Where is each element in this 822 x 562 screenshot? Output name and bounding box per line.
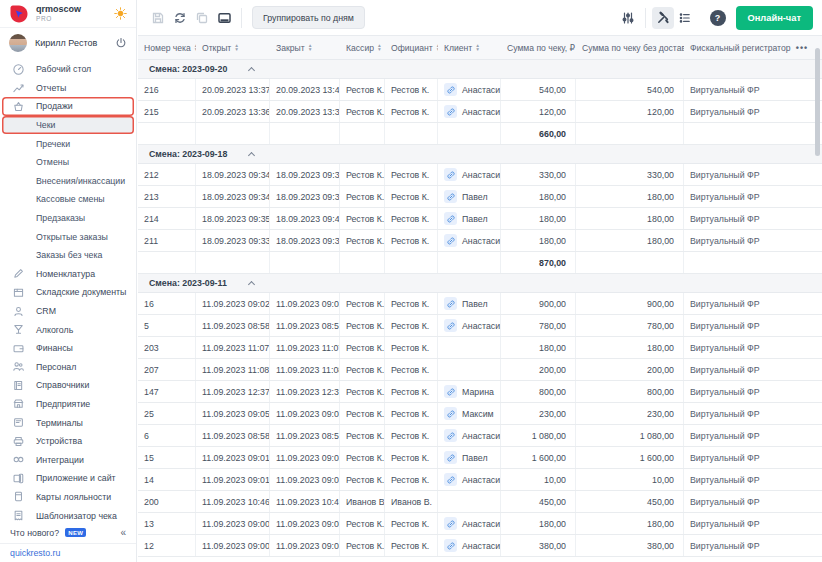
- column-header-8[interactable]: Сумма по чеку без доставки, ₽: [576, 36, 684, 59]
- column-header-4[interactable]: Кассир▴▾: [340, 36, 385, 59]
- sidebar-item-reports[interactable]: Отчеты: [0, 79, 136, 98]
- client-link-icon[interactable]: [444, 429, 457, 442]
- sidebar-item-deposits-collections[interactable]: Внесения/инкассации: [0, 172, 136, 191]
- table-row[interactable]: 21218.09.2023 09:3418.09.2023 09:34Ресто…: [138, 164, 822, 186]
- vertical-scrollbar[interactable]: [815, 48, 820, 156]
- column-settings-button[interactable]: •••: [791, 36, 813, 59]
- sidebar-item-devices[interactable]: Устройства: [0, 432, 136, 451]
- table-row[interactable]: 1511.09.2023 09:0111.09.2023 09:02Рестов…: [138, 447, 822, 469]
- client-link-icon[interactable]: [444, 105, 457, 118]
- sidebar-item-directories[interactable]: Справочники: [0, 376, 136, 395]
- tools-icon[interactable]: [652, 7, 674, 29]
- column-header-7[interactable]: Сумма по чеку, ₽▴▾: [501, 36, 576, 59]
- client-name: Анастасия: [462, 170, 501, 180]
- column-header-6[interactable]: Клиент▴▾: [438, 36, 501, 59]
- sidebar-item-orders-without-check[interactable]: Заказы без чека: [0, 246, 136, 265]
- table-row[interactable]: 21318.09.2023 09:3418.09.2023 09:35Ресто…: [138, 186, 822, 208]
- sidebar-item-loyalty-cards[interactable]: Карты лояльности: [0, 488, 136, 507]
- client-link-icon[interactable]: [444, 319, 457, 332]
- sidebar-item-alcohol[interactable]: Алкоголь: [0, 320, 136, 339]
- fiscal-cell: Виртуальный ФР: [684, 535, 813, 556]
- column-header-3[interactable]: Закрыт▴▾: [270, 36, 340, 59]
- sidebar-item-preorders[interactable]: Предзаказы: [0, 209, 136, 228]
- cashier-cell: Рестов К.: [340, 381, 385, 402]
- opened-cell: 11.09.2023 11:08: [196, 359, 270, 380]
- table-row[interactable]: 1311.09.2023 09:0011.09.2023 09:00Рестов…: [138, 513, 822, 535]
- copy-icon[interactable]: [191, 7, 213, 29]
- sidebar-item-staff[interactable]: Персонал: [0, 358, 136, 377]
- client-link-icon[interactable]: [444, 212, 457, 225]
- sidebar-item-warehouse-docs[interactable]: Складские документы: [0, 283, 136, 302]
- table-row[interactable]: 21418.09.2023 09:3518.09.2023 09:41Ресто…: [138, 208, 822, 230]
- sort-icon[interactable]: ▴▾: [309, 44, 312, 51]
- table-row[interactable]: 1211.09.2023 09:0011.09.2023 09:00Рестов…: [138, 535, 822, 557]
- table-row[interactable]: 1611.09.2023 09:0211.09.2023 09:02Рестов…: [138, 293, 822, 315]
- table-row[interactable]: 1411.09.2023 09:0111.09.2023 09:01Рестов…: [138, 469, 822, 491]
- logout-power-icon[interactable]: [115, 37, 127, 49]
- sidebar-item-open-orders[interactable]: Открытые заказы: [0, 227, 136, 246]
- table-row[interactable]: 21520.09.2023 13:3620.09.2023 13:36Ресто…: [138, 101, 822, 123]
- shift-group-header[interactable]: Смена: 2023-09-20: [138, 60, 822, 79]
- table-row[interactable]: 20711.09.2023 11:0811.09.2023 11:08Ресто…: [138, 359, 822, 381]
- chevron-up-icon[interactable]: [248, 66, 255, 73]
- sidebar-item-sales[interactable]: Продажи: [2, 97, 134, 116]
- column-header-1[interactable]: Номер чека▴▾: [138, 36, 196, 59]
- client-link-icon[interactable]: [444, 517, 457, 530]
- sidebar-item-pre-checks[interactable]: Пречеки: [0, 134, 136, 153]
- sidebar-item-finance[interactable]: Финансы: [0, 339, 136, 358]
- save-icon[interactable]: [147, 7, 169, 29]
- chevron-up-icon[interactable]: [248, 280, 255, 287]
- client-link-icon[interactable]: [444, 297, 457, 310]
- table-row[interactable]: 511.09.2023 08:5811.09.2023 08:58Рестов …: [138, 315, 822, 337]
- sidebar-item-terminals[interactable]: Терминалы: [0, 413, 136, 432]
- user-row[interactable]: Кирилл Рестов: [0, 28, 136, 58]
- group-by-days-button[interactable]: Группировать по дням: [252, 6, 365, 29]
- client-link-icon[interactable]: [444, 451, 457, 464]
- client-link-icon[interactable]: [444, 385, 457, 398]
- client-link-icon[interactable]: [444, 190, 457, 203]
- sidebar-item-enterprise[interactable]: Предприятие: [0, 395, 136, 414]
- column-header-9[interactable]: Фискальный регистратор▴▾: [684, 36, 791, 59]
- theme-toggle-sun-icon[interactable]: [114, 7, 127, 20]
- sidebar-item-nomenclature[interactable]: Номенклатура: [0, 265, 136, 284]
- table-row[interactable]: 611.09.2023 08:5811.09.2023 08:59Рестов …: [138, 425, 822, 447]
- user-name: Кирилл Рестов: [35, 38, 97, 48]
- sidebar-item-integrations[interactable]: Интеграции: [0, 450, 136, 469]
- sidebar-item-crm[interactable]: CRM: [0, 302, 136, 321]
- help-button[interactable]: ?: [710, 10, 726, 26]
- shift-group-header[interactable]: Смена: 2023-09-18: [138, 145, 822, 164]
- client-link-icon[interactable]: [444, 83, 457, 96]
- online-chat-button[interactable]: Онлайн-чат: [736, 6, 813, 30]
- sort-icon[interactable]: ▴▾: [378, 44, 381, 51]
- table-row[interactable]: 2511.09.2023 09:0511.09.2023 09:06Рестов…: [138, 403, 822, 425]
- table-row[interactable]: 21620.09.2023 13:3720.09.2023 13:40Ресто…: [138, 79, 822, 101]
- table-row[interactable]: 20311.09.2023 11:0711.09.2023 11:07Ресто…: [138, 337, 822, 359]
- client-link-icon[interactable]: [444, 407, 457, 420]
- column-header-5[interactable]: Официант▴▾: [385, 36, 438, 59]
- display-mode-icon[interactable]: [213, 7, 235, 29]
- collapse-sidebar-icon[interactable]: «: [120, 527, 126, 538]
- client-link-icon[interactable]: [444, 168, 457, 181]
- filters-sliders-icon[interactable]: [617, 7, 639, 29]
- client-link-icon[interactable]: [444, 234, 457, 247]
- table-row[interactable]: 20011.09.2023 10:4611.09.2023 10:46Ивано…: [138, 491, 822, 513]
- whats-new-row[interactable]: Что нового? NEW «: [0, 522, 136, 543]
- quickresto-site-link[interactable]: quickresto.ru: [10, 548, 60, 558]
- sidebar-item-app-and-site[interactable]: Приложение и сайт: [0, 469, 136, 488]
- sidebar-item-dashboard[interactable]: Рабочий стол: [0, 60, 136, 79]
- chevron-up-icon[interactable]: [248, 151, 255, 158]
- column-header-2[interactable]: Открыт▴▾: [196, 36, 270, 59]
- refresh-icon[interactable]: [169, 7, 191, 29]
- client-link-icon[interactable]: [444, 539, 457, 552]
- sidebar-item-cancellations[interactable]: Отмены: [0, 153, 136, 172]
- toolbar-divider: [645, 8, 646, 28]
- table-row[interactable]: 21118.09.2023 09:3318.09.2023 09:33Ресто…: [138, 230, 822, 252]
- client-link-icon[interactable]: [444, 473, 457, 486]
- list-view-icon[interactable]: [674, 7, 696, 29]
- sidebar-item-checks[interactable]: Чеки: [2, 116, 134, 135]
- sort-icon[interactable]: ▴▾: [476, 44, 479, 51]
- sort-icon[interactable]: ▴▾: [235, 44, 238, 51]
- table-row[interactable]: 14711.09.2023 12:3711.09.2023 12:37Ресто…: [138, 381, 822, 403]
- shift-group-header[interactable]: Смена: 2023-09-11: [138, 274, 822, 293]
- sidebar-item-cash-shifts[interactable]: Кассовые смены: [0, 190, 136, 209]
